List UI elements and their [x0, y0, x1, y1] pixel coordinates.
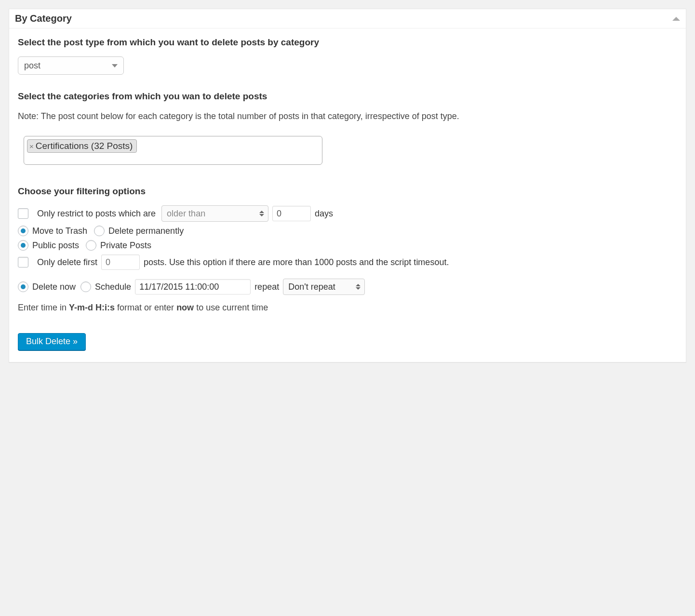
restrict-operator-select[interactable]: older than	[161, 205, 268, 222]
delete-permanently-label: Delete permanently	[108, 226, 184, 236]
categories-note: Note: The post count below for each cate…	[18, 110, 677, 122]
chevron-down-icon	[112, 64, 118, 67]
post-type-select[interactable]: post	[18, 56, 124, 75]
repeat-value: Don't repeat	[288, 282, 335, 292]
time-format-hint: Enter time in Y-m-d H:i:s format or ente…	[18, 303, 677, 313]
limit-suffix: posts. Use this option if there are more…	[144, 257, 449, 268]
delete-permanently-radio[interactable]	[94, 226, 105, 236]
filtering-heading: Choose your filtering options	[18, 186, 677, 197]
limit-input[interactable]	[101, 254, 140, 270]
delete-now-radio[interactable]	[18, 281, 28, 292]
private-posts-radio[interactable]	[86, 240, 96, 251]
move-to-trash-radio[interactable]	[18, 226, 28, 236]
category-tag-label: Certifications (32 Posts)	[36, 141, 133, 151]
hint-format: Y-m-d H:i:s	[69, 303, 115, 312]
post-type-selected: post	[24, 61, 40, 71]
hint-now: now	[176, 303, 194, 312]
collapse-toggle-icon[interactable]	[672, 17, 680, 21]
remove-tag-icon[interactable]: ×	[29, 143, 34, 150]
public-posts-radio[interactable]	[18, 240, 28, 251]
schedule-label: Schedule	[95, 282, 131, 292]
limit-label: Only delete first	[37, 257, 97, 268]
filter-options: Only restrict to posts which are older t…	[18, 205, 677, 313]
delete-now-label: Delete now	[32, 282, 76, 292]
move-to-trash-label: Move to Trash	[32, 226, 87, 236]
panel-title: By Category	[15, 13, 72, 24]
trash-row: Move to Trash Delete permanently	[18, 226, 677, 236]
select-stepper-icon	[259, 211, 264, 216]
panel-by-category: By Category Select the post type from wh…	[9, 9, 686, 362]
categories-heading: Select the categories from which you wan…	[18, 91, 677, 102]
limit-row: Only delete first posts. Use this option…	[18, 254, 677, 270]
post-type-heading: Select the post type from which you want…	[18, 37, 677, 48]
hint-text: Enter time in	[18, 303, 69, 312]
repeat-label: repeat	[254, 282, 279, 292]
categories-multiselect[interactable]: × Certifications (32 Posts)	[24, 136, 322, 165]
category-tag: × Certifications (32 Posts)	[27, 139, 137, 153]
hint-text: to use current time	[194, 303, 268, 312]
panel-header[interactable]: By Category	[9, 9, 686, 28]
restrict-operator-value: older than	[167, 209, 205, 219]
public-posts-label: Public posts	[32, 241, 79, 251]
limit-checkbox[interactable]	[18, 257, 28, 268]
select-stepper-icon	[356, 284, 361, 290]
private-posts-label: Private Posts	[100, 241, 151, 251]
schedule-row: Delete now Schedule repeat Don't repeat	[18, 279, 677, 295]
restrict-days-suffix: days	[315, 209, 333, 219]
panel-body: Select the post type from which you want…	[9, 28, 686, 362]
restrict-label: Only restrict to posts which are	[37, 209, 156, 219]
restrict-days-input[interactable]	[272, 206, 311, 221]
repeat-select[interactable]: Don't repeat	[283, 279, 365, 295]
bulk-delete-button[interactable]: Bulk Delete »	[18, 333, 86, 350]
schedule-radio[interactable]	[80, 281, 91, 292]
schedule-datetime-input[interactable]	[135, 279, 251, 295]
restrict-row: Only restrict to posts which are older t…	[18, 205, 677, 222]
hint-text: format or enter	[115, 303, 176, 312]
visibility-row: Public posts Private Posts	[18, 240, 677, 251]
restrict-checkbox[interactable]	[18, 208, 28, 219]
